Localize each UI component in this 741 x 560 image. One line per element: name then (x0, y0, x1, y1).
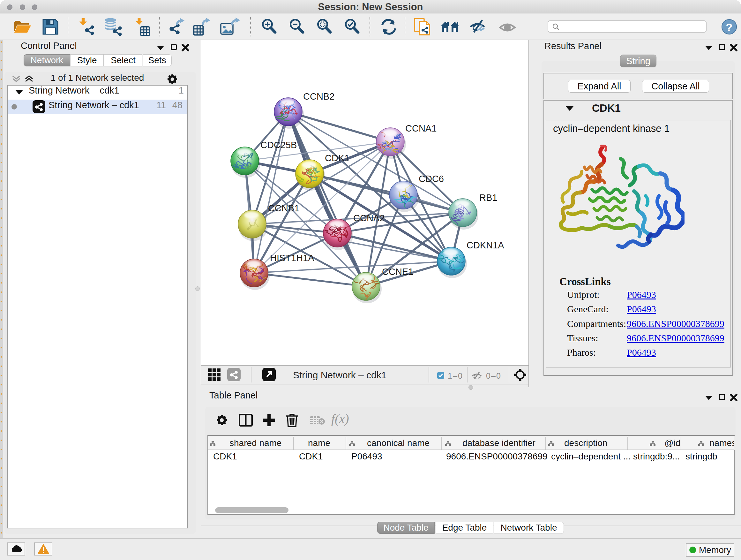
svg-text:RB1: RB1 (479, 192, 497, 203)
svg-text:CDC25B: CDC25B (260, 140, 297, 150)
svg-text:HIST1H1A: HIST1H1A (270, 253, 314, 263)
svg-text:CCNA2: CCNA2 (353, 213, 385, 223)
svg-text:CCNB1: CCNB1 (268, 203, 299, 213)
svg-text:CCNE1: CCNE1 (382, 266, 413, 277)
svg-text:CCNB2: CCNB2 (303, 91, 334, 102)
svg-text:CDC6: CDC6 (419, 174, 444, 184)
svg-text:CDKN1A: CDKN1A (467, 240, 504, 250)
svg-text:CDK1: CDK1 (325, 153, 349, 163)
svg-text:CCNA1: CCNA1 (405, 123, 436, 133)
